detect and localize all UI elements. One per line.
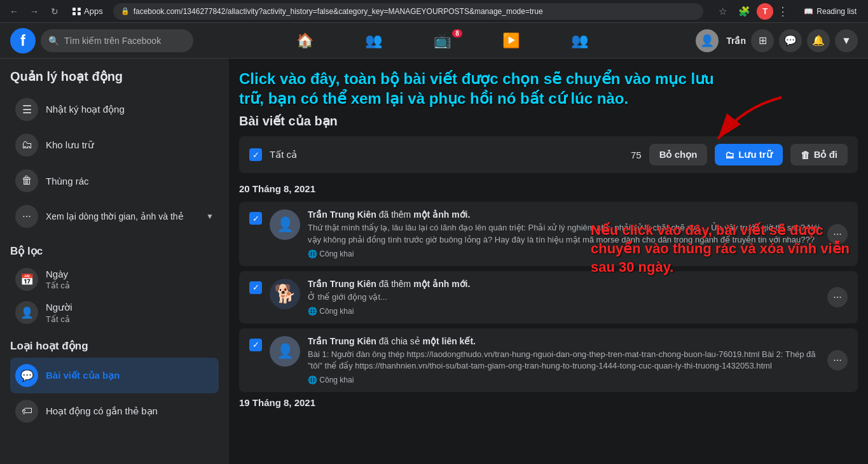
url-text: facebook.com/1346277842/allactivity?acti… [134,7,543,16]
filter-date-value: Tất cả [46,281,70,290]
filter-person-value: Tất cả [46,314,72,324]
profile-button[interactable]: T [757,3,773,20]
nav-home[interactable]: 🏠 [273,25,336,56]
filter-date-info: Ngày Tất cả [46,269,70,290]
content-area: Click vào đây, toàn bộ bài viết được chọ… [229,59,868,464]
star-button[interactable]: ☆ [713,3,731,20]
facebook-header: f 🔍 Tìm kiếm trên Facebook 🏠 👥 📺 8 ▶️ 👥 … [0,23,868,59]
sidebar-item-trash[interactable]: 🗑 Thùng rác [10,163,219,199]
nav-video[interactable]: 📺 8 [410,25,474,56]
messenger-button[interactable]: 💬 [779,29,802,52]
activity-log-icon: ☰ [15,98,38,121]
post-checkbox-1[interactable]: ✓ [249,212,262,225]
archive-icon: 🗂 [15,134,38,157]
sidebar-item-label: Kho lưu trữ [46,139,94,151]
notifications-button[interactable]: 🔔 [807,29,830,52]
post-privacy-3: 🌐 Công khai [308,376,820,384]
header-actions: 👤 Trần ⊞ 💬 🔔 ▼ [696,29,858,52]
expand-icon: ▼ [206,212,214,221]
sidebar-item-label: Thùng rác [46,176,89,186]
reading-list-button[interactable]: 📖 Reading list [799,7,862,16]
sidebar-item-your-posts[interactable]: 💬 Bài viết của bạn [10,358,219,393]
menu-button[interactable]: ⋮ [777,4,789,18]
sidebar: Quản lý hoạt động ☰ Nhật ký hoạt động 🗂 … [0,59,229,464]
search-placeholder: Tìm kiếm trên Facebook [64,36,161,46]
apps-label: Apps [84,6,103,16]
nav-watch[interactable]: ▶️ [479,25,542,56]
date-separator-2: 19 Tháng 8, 2021 [239,397,858,408]
forward-button[interactable]: → [27,4,42,19]
select-all-checkbox[interactable]: ✓ [249,148,262,161]
person-icon: 👤 [15,301,38,324]
home-icon: 🏠 [296,32,313,49]
archive-btn-icon: 🗂 [725,150,734,160]
delete-btn-label: Bỏ đi [814,149,837,160]
lock-icon: 🔒 [121,7,130,15]
user-avatar[interactable]: 👤 [696,29,719,52]
nav-friends[interactable]: 👥 [341,25,405,56]
delete-button[interactable]: 🗑 Bỏ đi [790,144,848,165]
post-content-3: Trần Trung Kiên đã chia sẻ một liên kết.… [308,336,820,384]
post-title-1: Trần Trung Kiên đã thêm một ảnh mới. [308,209,820,220]
calendar-icon: 📅 [15,268,38,291]
post-title-3: Trần Trung Kiên đã chia sẻ một liên kết. [308,336,820,346]
select-all-label: Tất cả [270,149,297,160]
filter-person[interactable]: 👤 Người Tất cả [10,296,219,329]
video-icon: 📺 [434,32,451,49]
post-avatar-1: 👤 [270,209,300,240]
reading-list-label: Reading list [816,7,857,16]
filter-person-info: Người Tất cả [46,302,72,324]
url-bar[interactable]: 🔒 facebook.com/1346277842/allactivity?ac… [113,3,704,20]
apps-grid-icon [72,8,81,15]
post-content-2: Trần Trung Kiên đã thêm một ảnh mới. Ở t… [308,279,820,316]
sidebar-item-label: Bài viết của bạn [46,370,120,381]
sidebar-item-archive[interactable]: 🗂 Kho lưu trữ [10,127,219,163]
your-posts-icon: 💬 [15,364,38,387]
post-checkbox-2[interactable]: ✓ [249,281,262,294]
friends-icon: 👥 [365,32,382,49]
tagged-icon: 🏷 [15,400,38,423]
post-item: ✓ 🐕 Trần Trung Kiên đã thêm một ảnh mới.… [239,271,858,323]
browser-bar: ← → ↻ Apps 🔒 facebook.com/1346277842/all… [0,0,868,23]
apps-button[interactable]: Apps [67,6,108,16]
post-checkbox-3[interactable]: ✓ [249,339,262,351]
more-icon: ··· [15,205,38,228]
post-avatar-3: 👤 [270,336,300,367]
delete-btn-icon: 🗑 [801,150,810,160]
post-more-button-2[interactable]: ··· [827,287,848,307]
arrow-to-archive [692,94,794,145]
sidebar-item-label: Xem lại dòng thời gian, ảnh và thẻ [46,211,198,221]
dropdown-button[interactable]: ▼ [835,29,858,52]
apps-menu-button[interactable]: ⊞ [751,29,774,52]
filter-section-title: Bộ lọc [10,244,219,258]
filter-person-label: Người [46,302,72,313]
back-button[interactable]: ← [6,4,22,19]
groups-icon: 👥 [571,32,588,49]
sidebar-item-timeline[interactable]: ··· Xem lại dòng thời gian, ảnh và thẻ ▼ [10,199,219,234]
facebook-nav: 🏠 👥 📺 8 ▶️ 👥 [193,25,691,56]
post-item: ✓ 👤 Trần Trung Kiên đã chia sẻ một liên … [239,328,858,392]
archive-btn-label: Lưu trữ [738,149,772,160]
date-separator-1: 20 Tháng 8, 2021 [239,183,858,194]
browser-actions: ☆ 🧩 T ⋮ [713,3,789,20]
nav-groups[interactable]: 👥 [548,25,611,56]
filter-date[interactable]: 📅 Ngày Tất cả [10,263,219,296]
cancel-button[interactable]: Bỏ chọn [649,144,708,165]
sidebar-title: Quản lý hoạt động [10,69,219,84]
search-bar[interactable]: 🔍 Tìm kiếm trên Facebook [41,29,193,52]
facebook-logo[interactable]: f [10,28,36,53]
reload-button[interactable]: ↻ [47,4,62,19]
notification-badge: 8 [452,29,462,38]
archive-button[interactable]: 🗂 Lưu trữ [715,144,782,165]
filter-date-label: Ngày [46,269,70,279]
main-layout: Quản lý hoạt động ☰ Nhật ký hoạt động 🗂 … [0,59,868,464]
sidebar-item-label: Hoạt động có gắn thẻ bạn [46,405,158,417]
sidebar-item-activity-log[interactable]: ☰ Nhật ký hoạt động [10,92,219,127]
post-title-2: Trần Trung Kiên đã thêm một ảnh mới. [308,279,820,289]
annotation-top: Click vào đây, toàn bộ bài viết được chọ… [239,69,858,108]
post-avatar-2: 🐕 [270,279,300,309]
annotation-bottom-text: Nếu click vào đây, bài viết sẽ được chuy… [591,221,858,276]
extensions-button[interactable]: 🧩 [735,3,753,20]
sidebar-item-tagged[interactable]: 🏷 Hoạt động có gắn thẻ bạn [10,393,219,429]
post-more-button-3[interactable]: ··· [827,350,848,370]
